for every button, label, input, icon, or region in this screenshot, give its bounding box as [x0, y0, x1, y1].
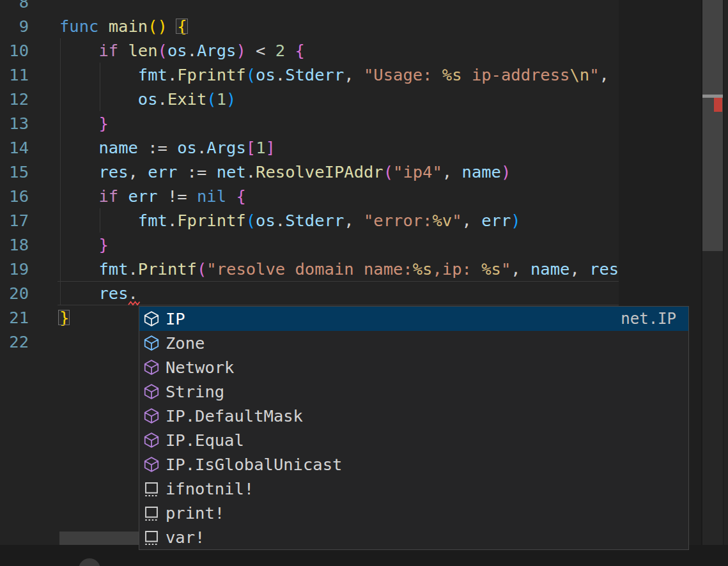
suggest-widget: IPnet.IPZoneNetworkStringIP.DefaultMaskI… — [139, 306, 689, 550]
line-number[interactable]: 18 — [0, 233, 29, 257]
snippet-icon — [143, 529, 160, 546]
snippet-icon — [143, 480, 160, 497]
line-number[interactable]: 20 — [0, 281, 29, 305]
code-text: } — [29, 111, 109, 135]
line-number[interactable]: 19 — [0, 257, 29, 281]
code-line[interactable]: 14 name := os.Args[1] — [0, 135, 619, 160]
line-number[interactable]: 11 — [0, 63, 29, 87]
suggest-label: IP.IsGlobalUnicast — [166, 455, 342, 474]
code-text — [29, 0, 59, 14]
code-text: } — [29, 305, 69, 330]
cube-icon — [143, 456, 160, 473]
line-number[interactable]: 14 — [0, 135, 29, 160]
overview-error-marker — [714, 98, 722, 112]
code-text: res. — [29, 281, 138, 305]
code-line[interactable]: 20 res. — [0, 281, 619, 305]
code-text: if err != nil { — [29, 184, 246, 208]
line-number[interactable]: 9 — [0, 14, 29, 38]
suggest-item-ip-equal[interactable]: IP.Equal — [139, 428, 688, 452]
code-line[interactable]: 12 os.Exit(1) — [0, 87, 619, 111]
line-number[interactable]: 10 — [0, 38, 29, 63]
suggest-label: print! — [166, 503, 224, 523]
suggest-label: Zone — [166, 333, 205, 353]
cube-icon — [143, 408, 160, 424]
line-number[interactable]: 17 — [0, 208, 29, 233]
code-text: name := os.Args[1] — [29, 135, 275, 160]
bracket-match: } — [59, 308, 69, 327]
line-number[interactable]: 21 — [0, 305, 29, 330]
code-line[interactable]: 13 } — [0, 111, 619, 135]
code-text: if len(os.Args) < 2 { — [29, 38, 305, 63]
suggest-label: String — [166, 382, 224, 401]
code-line[interactable]: 18 } — [0, 233, 619, 257]
cube-icon — [143, 310, 160, 327]
suggest-item-network[interactable]: Network — [139, 355, 688, 379]
cube-icon — [143, 335, 160, 351]
suggest-detail: net.IP — [621, 310, 688, 328]
suggest-item-ip[interactable]: IPnet.IP — [139, 307, 688, 331]
suggest-list: IPnet.IPZoneNetworkStringIP.DefaultMaskI… — [139, 307, 688, 549]
suggest-label: Network — [166, 358, 234, 377]
line-number[interactable]: 22 — [0, 330, 29, 354]
code-text: res, err := net.ResolveIPAddr("ip4", nam… — [29, 160, 511, 184]
code-lines: 89func main() {10 if len(os.Args) < 2 {1… — [0, 0, 619, 354]
code-line[interactable]: 9func main() { — [0, 14, 619, 38]
code-text: fmt.Printf("resolve domain name:%s,ip: %… — [29, 257, 619, 281]
code-line[interactable]: 8 — [0, 0, 619, 14]
vertical-scrollbar[interactable] — [702, 0, 723, 545]
vscode-editor: 89func main() {10 if len(os.Args) < 2 {1… — [0, 0, 728, 566]
line-number[interactable]: 12 — [0, 87, 29, 111]
horizontal-scrollbar-thumb[interactable] — [59, 532, 139, 545]
suggest-label: IP.DefaultMask — [166, 406, 303, 425]
suggest-label: IP — [166, 309, 185, 328]
suggest-item-var-[interactable]: var! — [139, 525, 688, 549]
suggest-label: var! — [166, 528, 205, 547]
code-text — [29, 330, 59, 354]
code-line[interactable]: 10 if len(os.Args) < 2 { — [0, 38, 619, 63]
right-edge-strip — [723, 0, 728, 545]
suggest-item-ifnotnil-[interactable]: ifnotnil! — [139, 477, 688, 501]
code-line[interactable]: 17 fmt.Fprintf(os.Stderr, "error:%v", er… — [0, 208, 619, 233]
line-number[interactable]: 15 — [0, 160, 29, 184]
cube-icon — [143, 359, 160, 376]
suggest-item-ip-isglobalunicast[interactable]: IP.IsGlobalUnicast — [139, 452, 688, 477]
line-number[interactable]: 16 — [0, 184, 29, 208]
line-number[interactable]: 8 — [0, 0, 29, 14]
suggest-item-print-[interactable]: print! — [139, 501, 688, 525]
cube-icon — [143, 383, 160, 400]
cube-icon — [143, 432, 160, 448]
suggest-label: ifnotnil! — [166, 479, 254, 498]
vertical-scrollbar-thumb[interactable] — [702, 0, 723, 251]
error-squiggle — [128, 300, 142, 306]
code-text: } — [29, 233, 109, 257]
code-text: os.Exit(1) — [29, 87, 236, 111]
code-line[interactable]: 11 fmt.Fprintf(os.Stderr, "Usage: %s ip-… — [0, 63, 619, 87]
suggest-label: IP.Equal — [166, 431, 244, 450]
bracket-match: { — [177, 17, 187, 36]
code-line[interactable]: 16 if err != nil { — [0, 184, 619, 208]
line-number[interactable]: 13 — [0, 111, 29, 135]
suggest-item-ip-defaultmask[interactable]: IP.DefaultMask — [139, 404, 688, 428]
code-line[interactable]: 19 fmt.Printf("resolve domain name:%s,ip… — [0, 257, 619, 281]
snippet-icon — [143, 505, 160, 521]
code-line[interactable]: 15 res, err := net.ResolveIPAddr("ip4", … — [0, 160, 619, 184]
code-text: fmt.Fprintf(os.Stderr, "Usage: %s ip-add… — [29, 63, 609, 87]
code-text: func main() { — [29, 14, 187, 38]
suggest-item-string[interactable]: String — [139, 379, 688, 404]
bottom-circle-widget — [79, 558, 100, 566]
code-text: fmt.Fprintf(os.Stderr, "error:%v", err) — [29, 208, 521, 233]
suggest-item-zone[interactable]: Zone — [139, 331, 688, 355]
